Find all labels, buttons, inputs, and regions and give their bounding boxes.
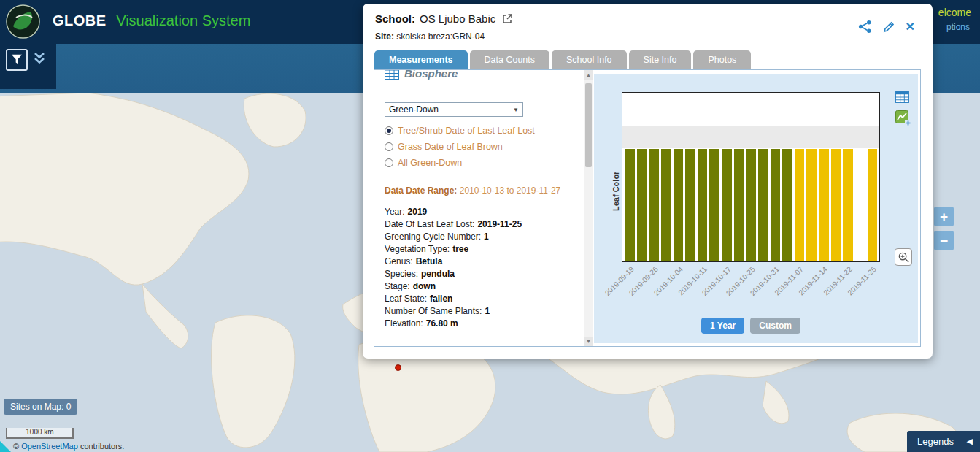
app-title: GLOBE Visualization System [53, 12, 250, 29]
detail-label: Genus: [385, 256, 413, 267]
welcome-text: elcome [938, 7, 971, 18]
scrollbar[interactable]: ▲ ▼ [584, 70, 593, 346]
radio-group: Tree/Shrub Date of Last Leaf Lost Grass … [385, 126, 535, 168]
data-table-icon[interactable] [895, 91, 911, 103]
detail-value: pendula [421, 269, 455, 279]
bars [625, 149, 877, 261]
filter-button[interactable] [6, 49, 28, 71]
close-icon[interactable]: ✕ [906, 21, 915, 33]
detail-value: 76.80 m [426, 318, 458, 329]
bar [843, 149, 853, 261]
y-axis-label: Leaf Color [611, 172, 620, 211]
measurement-select[interactable]: Green-Down ▼ [385, 102, 523, 117]
table-icon[interactable] [385, 70, 399, 80]
product-name: Visualization System [116, 12, 250, 28]
radio-icon[interactable] [385, 126, 393, 135]
add-chart-icon[interactable] [895, 110, 911, 126]
chart-tools [895, 91, 911, 126]
attribution-prefix: © [13, 442, 21, 451]
bar [734, 149, 744, 261]
tab-school-info[interactable]: School Info [552, 50, 627, 70]
detail-label: Greening Cycle Number: [385, 231, 481, 242]
detail-label: Vegetation Type: [385, 244, 450, 254]
detail-row: Greening Cycle Number:1 [385, 231, 522, 243]
legends-bar[interactable]: Legends ◀ [907, 431, 980, 452]
detail-row: Vegetation Type:tree [385, 243, 522, 256]
collapse-left-icon: ◀ [967, 437, 973, 446]
detail-value: 2019 [408, 207, 428, 217]
bar [746, 149, 756, 261]
map-attribution: © OpenStreetMap contributors. [13, 442, 124, 451]
tab-photos[interactable]: Photos [693, 50, 751, 70]
options-link[interactable]: ptions [946, 22, 970, 32]
scrollbar-thumb[interactable] [585, 83, 592, 167]
site-marker[interactable] [395, 364, 401, 371]
measurement-details: Year:2019 Date Of Last Leaf Lost:2019-11… [385, 206, 522, 330]
date-range-label: Data Date Range: [385, 185, 457, 196]
detail-value: 2019-11-25 [477, 219, 522, 229]
zoom-out-button[interactable]: − [934, 231, 954, 250]
school-name: OS Ljubo Babic [420, 12, 495, 25]
detail-label: Year: [385, 207, 405, 217]
bar [661, 149, 671, 261]
edit-icon[interactable] [882, 20, 895, 34]
bar [868, 149, 878, 261]
school-label: School: [375, 12, 415, 25]
funnel-icon [10, 53, 23, 68]
bar [795, 149, 805, 261]
share-icon[interactable] [858, 20, 872, 34]
bar [819, 149, 829, 261]
radio-grass-leaf-brown[interactable]: Grass Date of Leaf Brown [385, 142, 535, 152]
legends-label: Legends [917, 436, 954, 447]
radio-label: Grass Date of Leaf Brown [398, 142, 503, 152]
one-year-button[interactable]: 1 Year [701, 318, 744, 334]
site-popup: School: OS Ljubo Babic Site: skolska bre… [363, 4, 933, 359]
detail-row: Number Of Same Plants:1 [385, 305, 522, 318]
radio-tree-shrub-last-leaf-lost[interactable]: Tree/Shrub Date of Last Leaf Lost [385, 126, 535, 136]
detail-row: Genus:Betula [385, 256, 522, 268]
attribution-corner-icon [0, 441, 11, 452]
bar [722, 149, 732, 261]
detail-label: Stage: [385, 281, 410, 291]
radio-icon[interactable] [385, 158, 393, 167]
bar [625, 149, 635, 261]
bar [685, 149, 695, 261]
globe-logo-icon[interactable] [6, 4, 40, 39]
tab-site-info[interactable]: Site Info [629, 50, 692, 70]
scroll-up-icon[interactable]: ▲ [584, 70, 593, 80]
chart-panel: Leaf Color 2019-09-192019-09-262019-10-0… [594, 74, 918, 343]
brand-name: GLOBE [53, 12, 107, 28]
detail-value: down [413, 281, 436, 291]
osm-link[interactable]: OpenStreetMap [21, 442, 78, 451]
detail-row: Species:pendula [385, 268, 522, 280]
bar [758, 149, 768, 261]
detail-label: Leaf State: [385, 294, 427, 304]
tab-data-counts[interactable]: Data Counts [470, 50, 549, 70]
site-name: skolska breza:GRN-04 [396, 31, 485, 42]
detail-row: Year:2019 [385, 206, 522, 218]
custom-button[interactable]: Custom [750, 318, 800, 334]
detail-label: Date Of Last Leaf Lost: [385, 219, 474, 229]
radio-all-green-down[interactable]: All Green-Down [385, 158, 535, 168]
map-zoom-controls: + − [934, 207, 954, 250]
bar [649, 149, 659, 261]
radio-icon[interactable] [385, 142, 393, 151]
bar [831, 149, 841, 261]
scroll-down-icon[interactable]: ▼ [584, 337, 593, 346]
detail-row: Stage:down [385, 280, 522, 293]
bar-chart [622, 92, 880, 262]
external-link-icon[interactable] [501, 13, 513, 25]
double-chevron-down-icon[interactable] [32, 52, 47, 67]
detail-value: fallen [430, 294, 452, 304]
bar-gap [855, 149, 865, 261]
chart-zoom-icon[interactable] [895, 248, 912, 266]
zoom-in-button[interactable]: + [934, 207, 954, 226]
detail-value: tree [452, 244, 468, 254]
tab-measurements[interactable]: Measurements [374, 50, 468, 70]
detail-label: Species: [385, 269, 418, 279]
data-date-range: Data Date Range: 2010-10-13 to 2019-11-2… [385, 185, 580, 196]
detail-value: 1 [485, 306, 490, 316]
detail-row: Date Of Last Leaf Lost:2019-11-25 [385, 218, 522, 231]
selected-option: Green-Down [389, 104, 439, 115]
bar [771, 149, 781, 261]
